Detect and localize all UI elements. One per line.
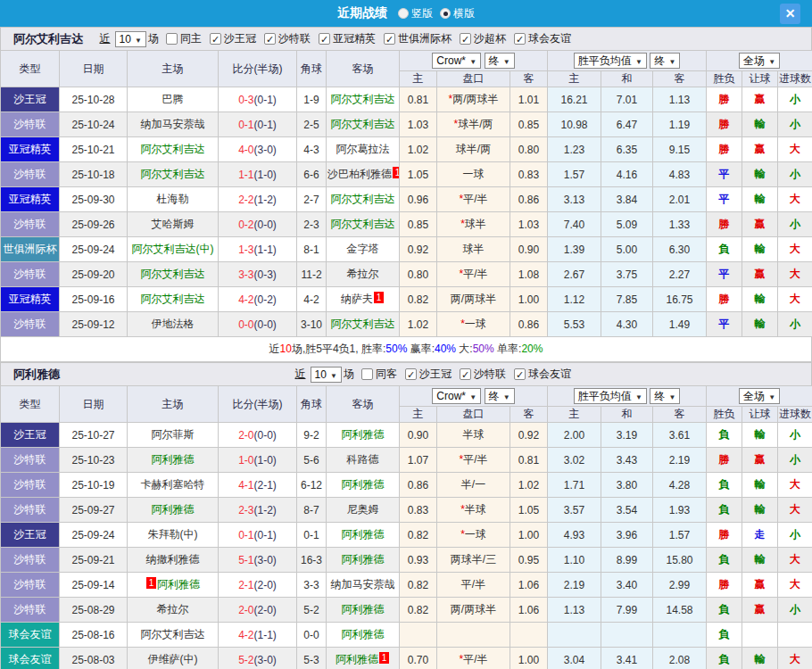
avg-type-select[interactable]: 胜平负均值 ▼ (574, 388, 647, 404)
result: 勝 (707, 87, 742, 112)
odds-company-select[interactable]: Crow* ▼ (432, 53, 481, 69)
league-label-1[interactable]: 沙特联 (474, 367, 506, 382)
league-checkbox-4[interactable] (460, 33, 471, 45)
corners: 3-10 (297, 312, 327, 337)
odds-away: 1.00 (510, 523, 548, 548)
away-team: 阿尔艾利吉达 (327, 87, 400, 112)
competition-type: 世俱洲际杯 (1, 237, 60, 262)
result: 負 (707, 473, 742, 498)
odds-time-select[interactable]: 终 ▼ (485, 53, 515, 69)
chevron-down-icon: ▼ (468, 58, 476, 66)
avg-lose: 16.75 (653, 287, 707, 312)
scope-select[interactable]: 全场 ▼ (739, 388, 780, 404)
league-checkbox-0[interactable] (210, 33, 221, 45)
avg-time-select[interactable]: 终 ▼ (650, 388, 680, 404)
league-checkbox-1[interactable] (460, 368, 471, 380)
odds-away: 1.05 (510, 498, 548, 523)
handicap: 两/两球半 (437, 287, 510, 312)
avg-lose: 14.58 (653, 598, 707, 623)
match-date: 25-10-23 (60, 448, 128, 473)
layout-radio-horizontal-label[interactable]: 横版 (453, 6, 475, 21)
close-button[interactable]: ✕ (780, 4, 800, 24)
handicap-result: 輸 (742, 473, 778, 498)
col-header-14: 进球数 (778, 71, 812, 87)
score: 5-2(3-0) (219, 648, 297, 669)
odds-away: 1.02 (510, 473, 548, 498)
league-label-3[interactable]: 世俱洲际杯 (398, 31, 452, 46)
scope-select[interactable]: 全场 ▼ (739, 53, 780, 69)
odds-time-select[interactable]: 终 ▼ (485, 388, 515, 404)
corners: 2-3 (297, 212, 327, 237)
chevron-down-icon: ▼ (634, 393, 642, 401)
odds-away: 0.90 (510, 237, 548, 262)
match-row: 世俱洲际杯 25-09-24 阿尔艾利吉达(中) 1-3(1-1) 8-1 金字… (1, 237, 812, 262)
result: 勝 (707, 212, 742, 237)
handicap: 球半 (437, 237, 510, 262)
goals-total: 大 (778, 548, 812, 573)
avg-draw: 3.41 (601, 648, 653, 669)
league-label-0[interactable]: 沙王冠 (419, 367, 452, 382)
avg-time-select[interactable]: 终 ▼ (650, 53, 680, 69)
matches-table: 类型日期主场比分(半场)角球客场Crow* ▼ 终 ▼胜平负均值 ▼ 终 ▼全场… (0, 385, 812, 669)
layout-radio-vertical[interactable] (398, 8, 409, 19)
league-checkbox-2[interactable] (319, 33, 330, 45)
league-label-1[interactable]: 沙特联 (278, 31, 311, 46)
avg-lose: 1.93 (653, 498, 707, 523)
competition-type: 沙特联 (1, 312, 60, 337)
avg-lose: 1.19 (653, 112, 707, 137)
score: 0-2(0-0) (219, 212, 297, 237)
col-header-14: 进球数 (778, 407, 812, 423)
chevron-down-icon: ▼ (634, 58, 642, 66)
odds-away: 0.81 (510, 448, 548, 473)
goals-total: 小 (778, 448, 812, 473)
col-header-0: 类型 (1, 51, 60, 87)
league-checkbox-1[interactable] (264, 33, 276, 45)
near-link[interactable]: 近 (100, 31, 111, 46)
games-label: 场 (148, 31, 159, 46)
league-checkbox-2[interactable] (514, 368, 526, 380)
league-label-4[interactable]: 沙超杯 (474, 31, 506, 46)
odds-company-select[interactable]: Crow* ▼ (432, 388, 481, 404)
same-venue-checkbox[interactable] (166, 33, 178, 45)
games-count-select[interactable]: 10 ▼ (115, 31, 147, 47)
near-link[interactable]: 近 (295, 367, 306, 382)
handicap-result: 輸 (742, 162, 778, 187)
match-date: 25-09-21 (60, 548, 128, 573)
handicap: *球半 (437, 212, 510, 237)
handicap-result: 輸 (742, 312, 778, 337)
result: 勝 (707, 573, 742, 598)
league-label-2[interactable]: 球会友谊 (528, 367, 571, 382)
same-venue-label[interactable]: 同客 (376, 367, 397, 382)
league-checkbox-3[interactable] (384, 33, 395, 45)
score: 0-3(0-1) (219, 87, 297, 112)
league-checkbox-0[interactable] (405, 368, 417, 380)
col-header-11: 客 (653, 71, 707, 87)
league-label-5[interactable]: 球会友谊 (528, 31, 571, 46)
avg-draw: 7.85 (601, 287, 653, 312)
handicap-result: 輸 (742, 187, 778, 212)
goals-total: 大 (778, 498, 812, 523)
col-header-1: 日期 (60, 51, 128, 87)
home-team: 纳撒利雅德 (128, 548, 219, 573)
match-row: 沙特联 25-09-14 1阿利雅德 2-1(2-0) 3-3 纳加马安萘哉 0… (1, 573, 812, 598)
layout-radio-vertical-label[interactable]: 竖版 (411, 6, 433, 21)
result: 勝 (707, 137, 742, 162)
layout-radio-horizontal[interactable] (440, 8, 451, 19)
avg-draw: 3.80 (601, 473, 653, 498)
avg-lose: 1.13 (653, 87, 707, 112)
avg-win: 1.10 (548, 548, 601, 573)
handicap: *一球 (437, 523, 510, 548)
same-venue-label[interactable]: 同主 (180, 31, 202, 46)
away-team: 阿尔艾利吉达 (327, 112, 400, 137)
league-label-0[interactable]: 沙王冠 (224, 31, 256, 46)
score: 2-0(0-0) (219, 423, 297, 448)
match-row: 沙特联 25-09-20 阿尔艾利吉达 3-3(0-3) 11-2 希拉尔 0.… (1, 262, 812, 287)
result: 負 (707, 498, 742, 523)
same-venue-checkbox[interactable] (361, 368, 373, 380)
table-header-selects: 类型日期主场比分(半场)角球客场Crow* ▼ 终 ▼胜平负均值 ▼ 终 ▼全场… (1, 386, 812, 407)
games-count-select[interactable]: 10 ▼ (311, 367, 343, 383)
match-date: 25-09-26 (60, 212, 128, 237)
avg-type-select[interactable]: 胜平负均值 ▼ (574, 53, 647, 69)
league-checkbox-5[interactable] (514, 33, 526, 45)
league-label-2[interactable]: 亚冠精英 (333, 31, 376, 46)
